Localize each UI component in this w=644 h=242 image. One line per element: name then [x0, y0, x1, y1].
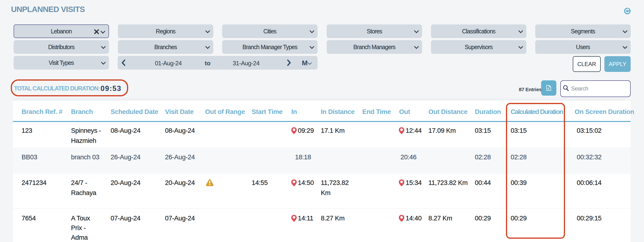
svg-text:x: x	[548, 87, 549, 90]
